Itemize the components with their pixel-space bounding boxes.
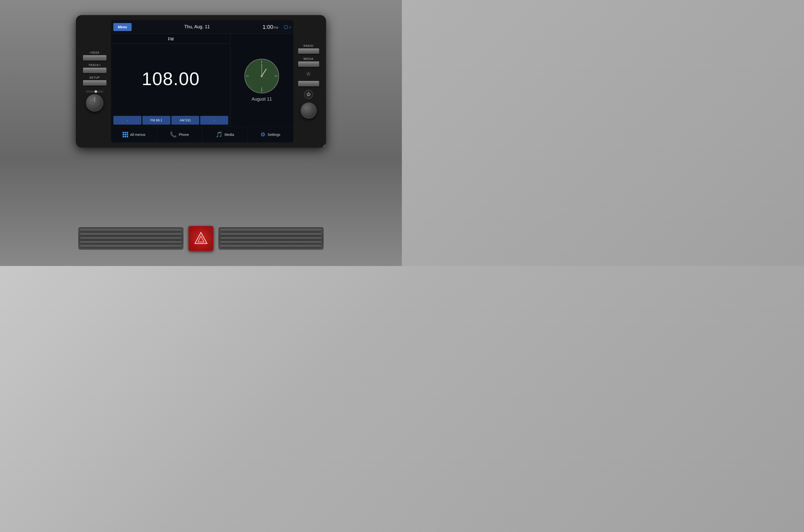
seek-group: <SEEK bbox=[81, 51, 108, 60]
volume-area bbox=[86, 91, 103, 112]
chevron-left-icon: ‹ bbox=[127, 119, 128, 122]
phone-label: Phone bbox=[179, 133, 189, 137]
preset-am-label: AM 531 bbox=[180, 118, 191, 122]
frequency-display: 108.00 bbox=[111, 44, 230, 114]
clock-date-label: August 11 bbox=[251, 97, 272, 102]
media-group: MEDIA bbox=[296, 57, 321, 67]
grid-icon bbox=[122, 132, 128, 137]
all-menus-button[interactable]: All menus bbox=[111, 127, 157, 142]
track-group: TRACK> bbox=[81, 63, 108, 73]
bottom-bar: All menus 📞 Phone 🎵 Media ⚙ Settings bbox=[111, 127, 293, 142]
head-unit: <SEEK TRACK> SETUP Menu Thu, Aug. 11 bbox=[76, 15, 326, 148]
vent-slat bbox=[80, 241, 181, 244]
top-bar: Menu Thu, Aug. 11 1:00 PM ⬡ ♪ bbox=[111, 20, 293, 34]
preset-am-button[interactable]: AM 531 bbox=[171, 116, 199, 125]
phone-icon: 📞 bbox=[170, 131, 177, 138]
menu-button[interactable]: Menu bbox=[113, 23, 132, 31]
phone-button[interactable]: 📞 Phone bbox=[157, 127, 203, 142]
prev-preset-button[interactable]: ‹ bbox=[113, 116, 141, 125]
left-controls: <SEEK TRACK> SETUP bbox=[81, 51, 108, 112]
band-label: FM bbox=[111, 36, 230, 44]
bluetooth-icon: ⬡ bbox=[284, 24, 288, 30]
vent-slat bbox=[80, 229, 181, 232]
left-vent bbox=[78, 227, 184, 250]
media-label: Media bbox=[225, 133, 234, 137]
seek-button[interactable] bbox=[83, 55, 107, 60]
dashboard: <SEEK TRACK> SETUP Menu Thu, Aug. 11 bbox=[0, 0, 402, 266]
radio-label: RADIO bbox=[304, 44, 313, 47]
radio-group: RADIO bbox=[296, 44, 321, 54]
ampm-label: PM bbox=[274, 26, 278, 30]
setup-group: SETUP bbox=[81, 76, 108, 86]
time-value: 1:00 bbox=[263, 24, 273, 30]
setup-label: SETUP bbox=[89, 76, 100, 79]
power-button[interactable]: ⏻ bbox=[304, 90, 313, 99]
settings-label: Settings bbox=[268, 133, 280, 137]
screen: Menu Thu, Aug. 11 1:00 PM ⬡ ♪ FM 108.00 bbox=[111, 20, 293, 142]
vent-slat bbox=[221, 229, 322, 232]
analog-clock bbox=[244, 59, 279, 94]
chevron-right-icon: › bbox=[214, 119, 215, 122]
media-icon: 🎵 bbox=[216, 131, 223, 138]
preset-fm-button[interactable]: FM 88.1 bbox=[142, 116, 170, 125]
vent-slat bbox=[80, 233, 181, 236]
right-knob[interactable] bbox=[301, 102, 317, 119]
media-button[interactable]: 🎵 Media bbox=[203, 127, 248, 142]
favorite-button[interactable]: ☆ bbox=[305, 70, 312, 77]
media-right-button[interactable] bbox=[298, 61, 319, 67]
track-label: TRACK> bbox=[88, 63, 101, 66]
vent-slat bbox=[221, 233, 322, 236]
radio-button[interactable] bbox=[298, 48, 319, 54]
preset-row: ‹ FM 88.1 AM 531 › bbox=[111, 114, 230, 127]
media-right-label: MEDIA bbox=[304, 57, 313, 60]
hazard-button[interactable] bbox=[188, 226, 213, 251]
vent-slat bbox=[80, 245, 181, 248]
main-content: FM 108.00 ‹ FM 88.1 AM 531 › bbox=[111, 34, 293, 127]
extra-right-button[interactable] bbox=[298, 81, 319, 86]
setup-button[interactable] bbox=[83, 80, 107, 86]
music-note-icon: ♪ bbox=[289, 25, 291, 29]
track-button[interactable] bbox=[83, 68, 107, 73]
clock-panel: August 11 bbox=[230, 34, 293, 127]
settings-button[interactable]: ⚙ Settings bbox=[248, 127, 293, 142]
vent-slat bbox=[221, 237, 322, 240]
seek-label: <SEEK bbox=[90, 51, 100, 54]
settings-gear-icon: ⚙ bbox=[261, 131, 266, 138]
right-vent bbox=[218, 227, 324, 250]
volume-slider[interactable] bbox=[86, 91, 103, 93]
next-preset-button[interactable]: › bbox=[200, 116, 228, 125]
preset-fm-label: FM 88.1 bbox=[150, 118, 162, 122]
time-display: 1:00 PM bbox=[263, 24, 278, 30]
all-menus-label: All menus bbox=[130, 133, 146, 137]
vents-area bbox=[78, 216, 324, 261]
volume-knob[interactable] bbox=[86, 94, 103, 112]
radio-panel: FM 108.00 ‹ FM 88.1 AM 531 › bbox=[111, 34, 230, 127]
right-controls: RADIO MEDIA ☆ ⏻ bbox=[296, 44, 321, 119]
vent-slat bbox=[221, 245, 322, 248]
date-display: Thu, Aug. 11 bbox=[133, 24, 261, 30]
vent-slat bbox=[80, 237, 181, 240]
vent-slat bbox=[221, 241, 322, 244]
